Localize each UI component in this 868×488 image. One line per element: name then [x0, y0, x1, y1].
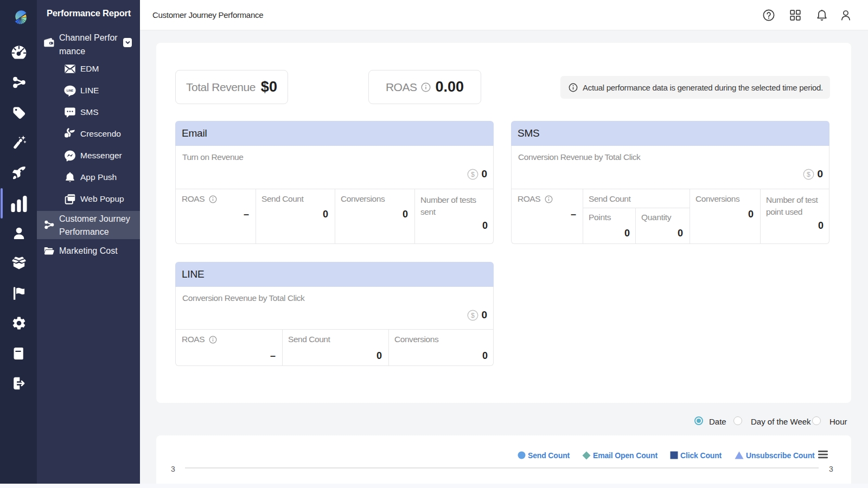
svg-text:$: $: [471, 170, 475, 178]
svg-text:$: $: [807, 170, 810, 178]
svg-text:LINE: LINE: [67, 89, 74, 92]
svg-text:$: $: [471, 311, 475, 319]
